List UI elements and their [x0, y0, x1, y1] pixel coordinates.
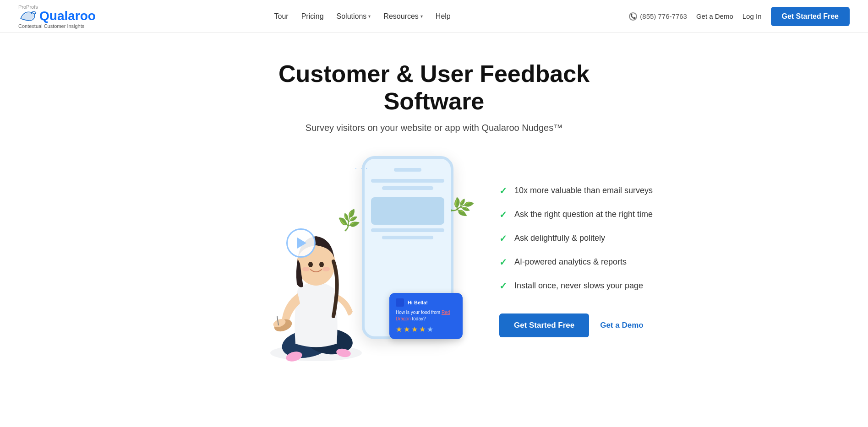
nav-solutions[interactable]: Solutions ▾ — [337, 12, 371, 21]
phone-content-line-4 — [382, 236, 433, 239]
nav-pricing[interactable]: Pricing — [301, 12, 324, 21]
phone-notch — [394, 168, 421, 172]
solutions-chevron-icon: ▾ — [368, 14, 371, 19]
hero-subtitle: Survey visitors on your website or app w… — [306, 123, 562, 133]
nav-get-demo[interactable]: Get a Demo — [696, 12, 733, 20]
check-icon-5: ✓ — [499, 281, 507, 292]
star-2: ★ — [404, 325, 410, 334]
check-icon-3: ✓ — [499, 233, 507, 244]
sparkle-top-icon: · · · — [355, 164, 368, 172]
feature-list: ✓ 10x more valuable than email surveys ✓… — [499, 185, 653, 292]
feature-text-5: Install once, never slows your page — [514, 281, 643, 291]
play-button[interactable] — [286, 228, 316, 258]
nudge-question: How is your food from Red Dragon today? — [396, 309, 456, 322]
nudge-avatar — [396, 298, 404, 307]
nav-resources[interactable]: Resources ▾ — [383, 12, 422, 21]
nav-login[interactable]: Log In — [742, 12, 762, 20]
right-side: ✓ 10x more valuable than email surveys ✓… — [499, 185, 653, 337]
phone-illustration: Hi Bella! How is your food from Red Drag… — [215, 151, 481, 371]
phone-content-line-3 — [371, 228, 444, 232]
feature-item-2: ✓ Ask the right question at the right ti… — [499, 209, 653, 220]
hero-get-demo-link[interactable]: Get a Demo — [600, 321, 643, 330]
star-1: ★ — [396, 325, 402, 334]
woman-illustration — [252, 179, 380, 371]
phone-icon: 📞 — [629, 12, 637, 21]
check-icon-1: ✓ — [499, 185, 507, 196]
nudge-stars[interactable]: ★ ★ ★ ★ ★ — [396, 325, 456, 334]
hero-get-started-button[interactable]: Get Started Free — [499, 313, 589, 337]
nudge-header: Hi Bella! — [396, 298, 456, 307]
logo[interactable]: ProProfs Qualaroo Contextual Customer In… — [18, 4, 96, 29]
woman-svg — [252, 179, 380, 371]
nudge-greeting: Hi Bella! — [408, 300, 428, 305]
navbar: ProProfs Qualaroo Contextual Customer In… — [0, 0, 868, 33]
resources-chevron-icon: ▾ — [420, 14, 423, 19]
feature-text-4: AI-powered analytics & reports — [514, 257, 627, 267]
nudge-card: Hi Bella! How is your food from Red Drag… — [389, 293, 463, 339]
feature-text-1: 10x more valuable than email surveys — [514, 186, 653, 195]
svg-point-11 — [319, 262, 324, 267]
hero-title: Customer & User Feedback Software — [246, 60, 622, 115]
star-4: ★ — [419, 325, 426, 334]
phone-content-line-2 — [382, 186, 433, 190]
star-3: ★ — [411, 325, 418, 334]
feature-text-3: Ask delightfully & politely — [514, 233, 605, 243]
feature-item-4: ✓ AI-powered analytics & reports — [499, 257, 653, 268]
nav-right: 📞 (855) 776-7763 Get a Demo Log In Get S… — [629, 7, 850, 26]
feature-item-1: ✓ 10x more valuable than email surveys — [499, 185, 653, 196]
nav-links: Tour Pricing Solutions ▾ Resources ▾ Hel… — [274, 12, 451, 21]
svg-point-0 — [31, 12, 33, 14]
svg-point-10 — [308, 262, 313, 267]
check-icon-2: ✓ — [499, 209, 507, 220]
svg-point-12 — [302, 267, 310, 271]
play-icon — [297, 238, 306, 249]
nav-help[interactable]: Help — [436, 12, 451, 21]
logo-wordmark: Qualaroo — [39, 10, 96, 22]
svg-point-13 — [322, 267, 330, 271]
phone-content-line-1 — [371, 179, 444, 183]
nav-get-started-button[interactable]: Get Started Free — [771, 7, 850, 26]
hero-section: Customer & User Feedback Software Survey… — [0, 33, 868, 133]
star-5: ★ — [427, 325, 433, 334]
qualaroo-bird-icon — [18, 10, 37, 22]
main-content: Hi Bella! How is your food from Red Drag… — [114, 133, 755, 399]
nav-tour[interactable]: Tour — [274, 12, 289, 21]
feature-text-2: Ask the right question at the right time — [514, 210, 653, 219]
logo-tagline: Contextual Customer Insights — [18, 23, 96, 29]
check-icon-4: ✓ — [499, 257, 507, 268]
cta-buttons: Get Started Free Get a Demo — [499, 313, 653, 337]
phone-number: 📞 (855) 776-7763 — [629, 12, 687, 21]
phone-content-block — [371, 197, 444, 225]
feature-item-5: ✓ Install once, never slows your page — [499, 281, 653, 292]
feature-item-3: ✓ Ask delightfully & politely — [499, 233, 653, 244]
